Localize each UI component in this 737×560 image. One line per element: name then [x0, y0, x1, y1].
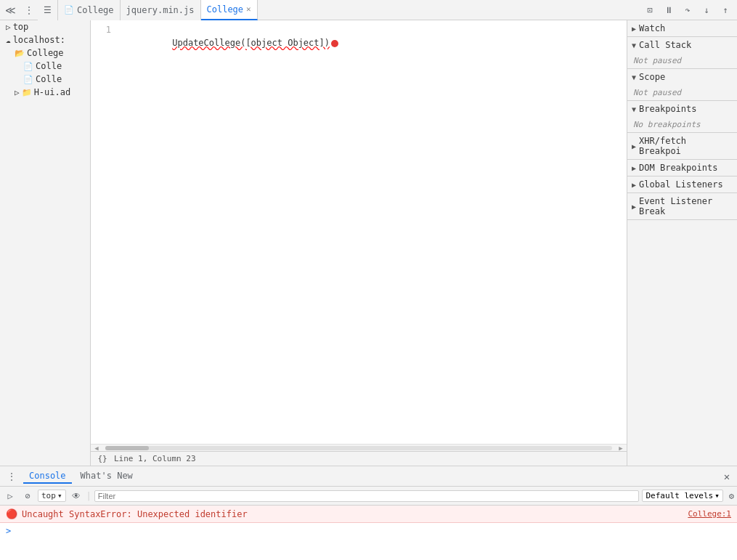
breakpoints-arrow: ▼ [632, 105, 636, 113]
tree-item-colle-file1[interactable]: 📄 Colle [0, 60, 90, 73]
code-lines[interactable]: UpdateCollege([object Object]) [117, 23, 627, 441]
line-numbers: 1 [91, 23, 117, 441]
console-input[interactable] [14, 526, 731, 536]
console-filter-bar: ▷ ⊘ top ▾ 👁 | Default levels ▾ ⚙ [0, 487, 737, 506]
tree-item-top[interactable]: ▷ top [0, 20, 90, 33]
horizontal-scrollbar[interactable]: ◀ ▶ [91, 444, 627, 451]
console-close-button[interactable]: ✕ [720, 469, 734, 484]
frame-selector[interactable]: top ▾ [38, 490, 66, 502]
scope-content: Not paused [627, 85, 737, 100]
breakpoints-section: ▼ Breakpoints No breakpoints [627, 101, 737, 133]
tree-item-localhost[interactable]: ☁ localhost: [0, 33, 90, 46]
watch-header[interactable]: ▶ Watch [627, 20, 737, 36]
scope-label: Scope [639, 72, 665, 82]
step-out-button[interactable]: ↑ [717, 1, 734, 19]
call-stack-header[interactable]: ▼ Call Stack [627, 37, 737, 53]
scroll-left-button[interactable]: ◀ [91, 445, 102, 452]
global-listeners-section: ▶ Global Listeners [627, 176, 737, 193]
file-tree-icon: ☰ [44, 5, 52, 15]
tab-college-active-label: College [207, 4, 244, 15]
file-icon: 📄 [64, 5, 74, 15]
tab-college-inactive-label: College [77, 5, 114, 15]
frame-label: top [41, 491, 56, 500]
breakpoints-label: Breakpoints [639, 104, 696, 114]
tab-jquery-min[interactable]: jquery.min.js [121, 0, 201, 20]
error-dot [331, 40, 338, 47]
breakpoints-header[interactable]: ▼ Breakpoints [627, 101, 737, 117]
scrollbar-thumb[interactable] [105, 446, 149, 450]
settings-button[interactable]: ⚙ [729, 491, 734, 501]
log-levels-selector[interactable]: Default levels ▾ [642, 490, 722, 502]
console-more-button[interactable]: ⋮ [3, 468, 20, 485]
event-listener-label: Event Listener Break [639, 196, 733, 216]
watch-label: Watch [639, 23, 665, 33]
cursor-position: Line 1, Column 23 [114, 454, 196, 463]
code-status-bar: {} Line 1, Column 23 [91, 451, 627, 466]
expand-button[interactable]: ⊡ [641, 1, 659, 19]
dom-header[interactable]: ▶ DOM Breakpoints [627, 160, 737, 176]
pause-button[interactable]: ⏸ [660, 1, 677, 19]
tab-jquery-label: jquery.min.js [126, 5, 195, 15]
tab-college-active[interactable]: College ✕ [201, 0, 258, 20]
dom-label: DOM Breakpoints [639, 163, 717, 173]
scrollbar-track[interactable] [105, 446, 612, 450]
log-levels-arrow: ▾ [714, 491, 720, 500]
call-stack-section: ▼ Call Stack Not paused [627, 37, 737, 69]
xhr-arrow: ▶ [632, 142, 636, 150]
step-into-button[interactable]: ↓ [698, 1, 715, 19]
tree-label-colle1: Colle [36, 61, 62, 71]
breakpoints-status: No breakpoints [633, 120, 701, 129]
file-icon-1: 📄 [23, 62, 33, 71]
folder-closed-icon: 📁 [22, 88, 32, 97]
step-over-button[interactable]: ↷ [679, 1, 696, 19]
event-listener-header[interactable]: ▶ Event Listener Break [627, 193, 737, 219]
dom-arrow: ▶ [632, 164, 636, 172]
file-tree-panel: ▷ top ☁ localhost: 📂 College 📄 Colle 📄 C… [0, 20, 91, 466]
frame-icon: ▷ [6, 23, 11, 32]
tab-close-icon[interactable]: ✕ [246, 4, 251, 14]
console-messages: 🔴 Uncaught SyntaxError: Unexpected ident… [0, 506, 737, 560]
event-listener-arrow: ▶ [632, 203, 636, 211]
whats-new-tab[interactable]: What's New [75, 469, 139, 484]
stop-button[interactable]: ⊘ [20, 489, 35, 503]
tree-item-colle-file2[interactable]: 📄 Colle [0, 73, 90, 86]
watch-arrow: ▶ [632, 25, 636, 33]
global-listeners-label: Global Listeners [639, 179, 723, 190]
xhr-label: XHR/fetch Breakpoi [639, 136, 733, 156]
tree-label-localhost: localhost: [13, 35, 65, 45]
tab-file-tree[interactable]: ☰ [38, 0, 58, 20]
filter-input[interactable] [94, 490, 640, 502]
tree-label-top: top [13, 22, 29, 32]
xhr-section: ▶ XHR/fetch Breakpoi [627, 133, 737, 160]
format-icon[interactable]: {} [97, 453, 108, 465]
error-link[interactable]: College:1 [688, 509, 731, 519]
code-line-1: UpdateCollege([object Object]) [120, 23, 627, 62]
tree-label-college: College [27, 48, 64, 58]
code-text-1: UpdateCollege([object Object]) [172, 38, 338, 48]
call-stack-content: Not paused [627, 53, 737, 68]
log-levels-label: Default levels [646, 491, 713, 500]
right-panel: ▶ Watch ▼ Call Stack Not paused ▼ Scope … [627, 20, 737, 466]
console-toolbar: ⋮ Console What's New ✕ [0, 466, 737, 487]
global-listeners-header[interactable]: ▶ Global Listeners [627, 176, 737, 192]
scope-arrow: ▼ [632, 73, 636, 81]
xhr-header[interactable]: ▶ XHR/fetch Breakpoi [627, 133, 737, 159]
more-options-button[interactable]: ⋮ [20, 0, 38, 20]
scroll-right-button[interactable]: ▶ [615, 445, 627, 452]
event-listener-section: ▶ Event Listener Break [627, 193, 737, 220]
scope-header[interactable]: ▼ Scope [627, 69, 737, 85]
console-tab-label: Console [29, 471, 66, 481]
eye-button[interactable]: 👁 [69, 489, 84, 503]
tab-college-inactive[interactable]: 📄 College [58, 0, 121, 20]
tree-label-h-ui: H-ui.ad [34, 87, 71, 97]
tree-item-college-folder[interactable]: 📂 College [0, 46, 90, 60]
code-editor: 1 UpdateCollege([object Object]) ◀ ▶ {} … [91, 20, 627, 466]
expand-sidebar-button[interactable]: ≪ [0, 0, 20, 20]
play-button[interactable]: ▷ [3, 489, 17, 503]
tree-item-h-ui-folder[interactable]: ▷ 📁 H-ui.ad [0, 86, 90, 99]
scope-status: Not paused [633, 88, 681, 97]
call-stack-arrow: ▼ [632, 41, 636, 49]
call-stack-status: Not paused [633, 56, 681, 65]
error-text: Uncaught SyntaxError: Unexpected identif… [22, 509, 248, 519]
console-tab[interactable]: Console [23, 469, 72, 484]
